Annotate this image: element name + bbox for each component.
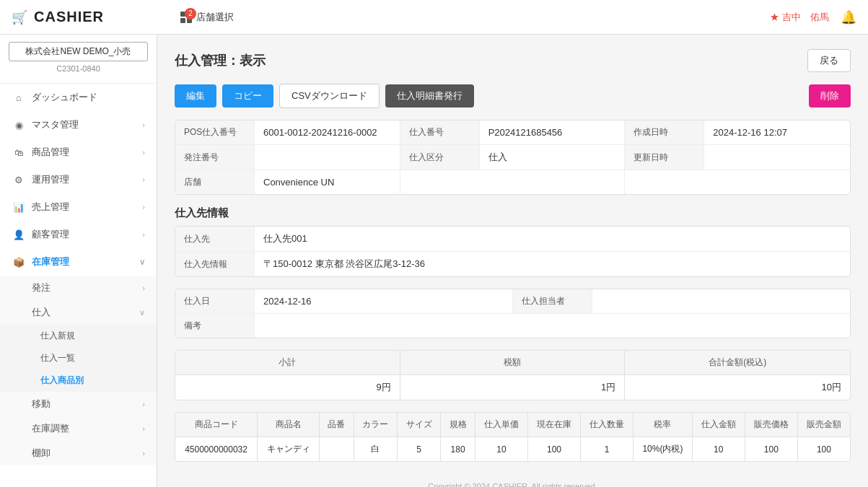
customer-chevron: › — [142, 230, 145, 239]
subnav-move[interactable]: 移動 › — [0, 392, 157, 416]
col-code: 商品コード — [175, 413, 258, 437]
subnav-purchase[interactable]: 仕入 ∨ — [0, 300, 157, 325]
company-id: C2301-0840 — [9, 61, 148, 76]
sidebar: 株式会社NEW DEMO_小売 C2301-0840 ⌂ ダッシュボード ◉ マ… — [0, 35, 157, 487]
table-cell: 10%(内税) — [634, 437, 693, 462]
page-header: 仕入管理：表示 戻る — [175, 49, 851, 72]
person-cell: 仕入担当者 — [513, 289, 851, 313]
logo: 🛒 CASHIER — [12, 9, 169, 25]
page-title: 仕入管理：表示 — [175, 52, 266, 69]
date-card: 仕入日 2024-12-16 仕入担当者 備考 — [175, 289, 851, 338]
store-select-label[interactable]: 店舗選択 — [196, 11, 234, 24]
company-name: 株式会社NEW DEMO_小売 — [9, 42, 148, 61]
table-cell: キャンディ — [258, 437, 320, 462]
nav-label-sales: 売上管理 — [32, 201, 69, 214]
invoice-button[interactable]: 仕入明細書発行 — [385, 84, 474, 108]
purchase-type-label: 仕入区分 — [400, 145, 480, 170]
created-at-cell: 作成日時 2024-12-16 12:07 — [625, 120, 850, 144]
col-purchase-amount: 仕入金額 — [692, 413, 745, 437]
subtotal-value: 9円 — [175, 375, 400, 400]
subnav-adjust[interactable]: 在庫調整 › — [0, 416, 157, 441]
footer-copyright: Copyright © 2024 CASHIER. All rights res… — [428, 482, 597, 487]
created-at-value: 2024-12-16 12:07 — [704, 120, 796, 144]
subsubnav-purchase-list[interactable]: 仕入一覧 — [0, 347, 157, 369]
subsubnav-purchase-new[interactable]: 仕入新規 — [0, 325, 157, 347]
col-spec: 規格 — [441, 413, 475, 437]
created-at-label: 作成日時 — [625, 120, 704, 144]
table-cell: 100 — [745, 437, 797, 462]
supplier-info-row: 仕入先情報 〒150-0012 東京都 渋谷区広尾3-12-36 — [175, 252, 850, 276]
purchase-no-value: P2024121685456 — [480, 120, 571, 144]
purchase-type-cell: 仕入区分 仕入 — [400, 145, 626, 170]
subnav-order-label: 発注 — [32, 281, 51, 294]
company-section: 株式会社NEW DEMO_小売 C2301-0840 — [0, 35, 157, 84]
table-cell: 100 — [797, 437, 850, 462]
table-cell: 5 — [397, 437, 440, 462]
store-cell: 店舗 Convenience UN — [175, 170, 400, 194]
sidebar-item-customer[interactable]: 👤 顧客管理 › — [0, 221, 157, 248]
edit-button[interactable]: 編集 — [175, 84, 216, 108]
table-cell: 100 — [528, 437, 581, 462]
layout: 株式会社NEW DEMO_小売 C2301-0840 ⌂ ダッシュボード ◉ マ… — [0, 35, 868, 487]
order-no-cell: 発注番号 — [175, 145, 400, 170]
subnav-shelf[interactable]: 棚卸 › — [0, 441, 157, 465]
person-label: 仕入担当者 — [513, 289, 592, 313]
total-header: 合計金額(税込) — [625, 351, 850, 374]
sidebar-item-operation[interactable]: ⚙ 運用管理 › — [0, 166, 157, 193]
bell-icon[interactable]: 🔔 — [841, 9, 856, 25]
csv-download-button[interactable]: CSVダウンロード — [279, 84, 380, 108]
table-cell: 白 — [354, 437, 397, 462]
nav-label-customer: 顧客管理 — [32, 228, 69, 241]
note-row: 備考 — [175, 314, 850, 338]
sidebar-item-master[interactable]: ◉ マスタ管理 › — [0, 111, 157, 139]
table-cell: 10 — [692, 437, 745, 462]
table-row: 4500000000032キャンディ白518010100110%(内税)1010… — [175, 437, 850, 462]
table-cell — [319, 437, 354, 462]
subtotal-header: 小計 — [175, 351, 400, 374]
summary-table: 小計 税額 合計金額(税込) 9円 1円 10円 — [175, 350, 851, 400]
master-chevron: › — [142, 120, 145, 129]
copy-button[interactable]: コピー — [222, 84, 273, 108]
col-name: 商品名 — [258, 413, 320, 437]
info-row-3: 店舗 Convenience UN — [175, 170, 850, 194]
note-cell: 備考 — [175, 314, 850, 338]
subsubnav-purchase-product[interactable]: 仕入商品別 — [0, 369, 157, 392]
store-badge: 2 — [185, 8, 196, 19]
empty-cell-1 — [400, 170, 626, 194]
delete-button[interactable]: 削除 — [809, 84, 851, 108]
subnav-purchase-label: 仕入 — [32, 306, 51, 319]
purchase-no-label: 仕入番号 — [400, 120, 480, 144]
supplier-card: 仕入先 仕入先001 仕入先情報 〒150-0012 東京都 渋谷区広尾3-12… — [175, 226, 851, 277]
tax-value: 1円 — [400, 375, 626, 400]
pos-purchase-no-label: POS仕入番号 — [175, 120, 255, 144]
col-sale-price: 販売価格 — [745, 413, 797, 437]
subnav-order[interactable]: 発注 › — [0, 276, 157, 300]
header-right: ★ 吉中 佑馬 🔔 — [770, 9, 856, 25]
table-cell: 10 — [475, 437, 527, 462]
note-value — [255, 314, 850, 338]
purchase-date-cell: 仕入日 2024-12-16 — [175, 289, 513, 313]
shelf-chevron: › — [142, 449, 145, 457]
user-fullname: 吉中 佑馬 — [782, 12, 829, 22]
table-cell: 1 — [581, 437, 634, 462]
user-name: ★ 吉中 佑馬 — [770, 11, 829, 24]
sidebar-nav: ⌂ ダッシュボード ◉ マスタ管理 › 🛍 商品管理 › — [0, 84, 157, 487]
nav-label-dashboard: ダッシュボード — [32, 91, 97, 104]
summary-values: 9円 1円 10円 — [175, 375, 850, 400]
nav-label-product: 商品管理 — [32, 146, 69, 159]
back-button[interactable]: 戻る — [807, 49, 851, 72]
store-value: Convenience UN — [255, 170, 343, 194]
sidebar-item-dashboard[interactable]: ⌂ ダッシュボード — [0, 84, 157, 111]
header: 🛒 CASHIER 店舗選択 2 ★ 吉中 佑馬 🔔 — [0, 0, 868, 35]
info-card: POS仕入番号 6001-0012-20241216-0002 仕入番号 P20… — [175, 120, 851, 195]
nav-label-operation: 運用管理 — [32, 173, 69, 186]
sidebar-item-sales[interactable]: 📊 売上管理 › — [0, 193, 157, 221]
sidebar-item-inventory[interactable]: 📦 在庫管理 ∨ — [0, 248, 157, 276]
sidebar-item-product[interactable]: 🛍 商品管理 › — [0, 139, 157, 166]
purchase-list-label: 仕入一覧 — [40, 353, 75, 363]
adjust-chevron: › — [142, 424, 145, 433]
main-content: 仕入管理：表示 戻る 編集 コピー CSVダウンロード 仕入明細書発行 削除 P… — [157, 35, 868, 487]
order-chevron: › — [142, 284, 145, 292]
updated-at-value — [704, 145, 722, 170]
purchase-date-label: 仕入日 — [175, 289, 255, 313]
